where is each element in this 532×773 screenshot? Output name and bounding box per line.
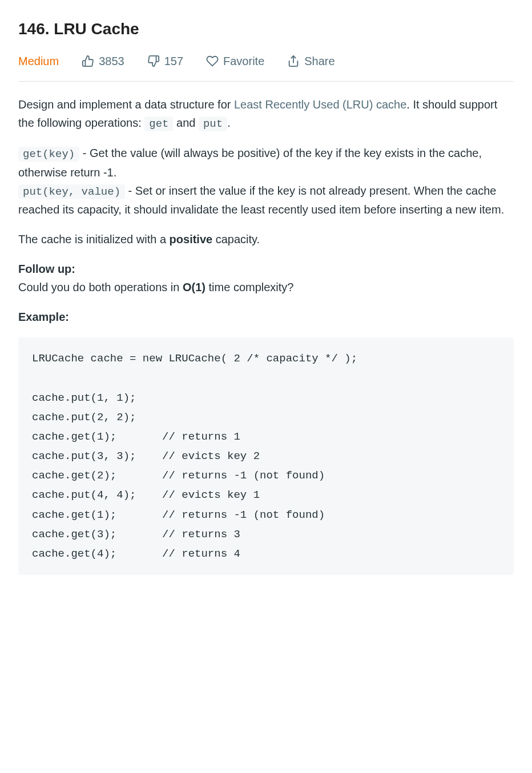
like-button[interactable]: 3853: [82, 53, 124, 70]
followup-paragraph: Follow up: Could you do both operations …: [18, 260, 514, 296]
code-get: get: [144, 116, 173, 131]
o1-bold: O(1): [183, 281, 205, 293]
dislike-count: 157: [164, 53, 183, 70]
example-code-block: LRUCache cache = new LRUCache( 2 /* capa…: [18, 337, 514, 575]
dislike-button[interactable]: 157: [147, 53, 183, 70]
difficulty-badge: Medium: [18, 53, 59, 70]
text: time complexity?: [205, 281, 294, 293]
favorite-label: Favorite: [223, 53, 264, 70]
followup-label: Follow up:: [18, 263, 75, 275]
heart-icon: [206, 55, 219, 67]
positive-bold: positive: [170, 233, 213, 245]
operations-paragraph: get(key) - Get the value (will always be…: [18, 144, 514, 219]
problem-title: 146. LRU Cache: [18, 17, 514, 41]
lru-cache-link[interactable]: Least Recently Used (LRU) cache: [234, 98, 406, 111]
text: Could you do both operations in: [18, 281, 183, 293]
share-icon: [287, 55, 300, 67]
favorite-button[interactable]: Favorite: [206, 53, 264, 70]
like-count: 3853: [99, 53, 124, 70]
text: capacity.: [212, 233, 260, 245]
get-description: - Get the value (will always be positive…: [18, 147, 482, 178]
intro-paragraph: Design and implement a data structure fo…: [18, 95, 514, 132]
thumbs-down-icon: [147, 55, 160, 67]
share-label: Share: [304, 53, 334, 70]
code-put-sig: put(key, value): [18, 184, 125, 199]
capacity-paragraph: The cache is initialized with a positive…: [18, 230, 514, 248]
code-get-sig: get(key): [18, 147, 79, 162]
text: Design and implement a data structure fo…: [18, 98, 234, 111]
text: and: [173, 116, 198, 129]
problem-description: Design and implement a data structure fo…: [18, 95, 514, 575]
thumbs-up-icon: [82, 55, 94, 67]
text: .: [227, 116, 231, 129]
example-label: Example:: [18, 308, 514, 326]
problem-meta-bar: Medium 3853 157 Favorite Share: [18, 53, 514, 82]
share-button[interactable]: Share: [287, 53, 334, 70]
code-put: put: [199, 116, 227, 131]
text: The cache is initialized with a: [18, 233, 170, 245]
